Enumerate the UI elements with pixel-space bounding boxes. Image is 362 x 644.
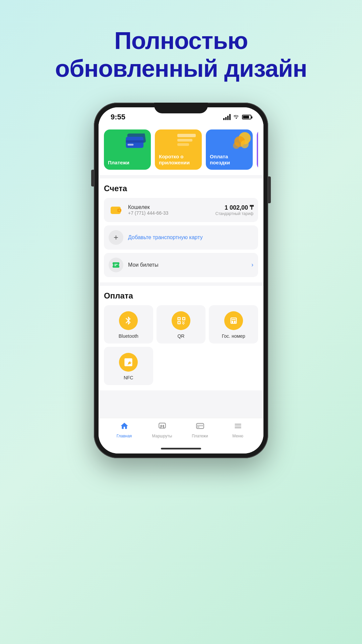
tickets-icon bbox=[109, 258, 123, 272]
phone-mockup: 9:55 bbox=[94, 103, 268, 458]
payment-grid: Bluetooth QR bbox=[104, 305, 258, 385]
svg-point-13 bbox=[119, 209, 120, 211]
accounts-title: Счета bbox=[104, 184, 258, 193]
payments-nav-icon bbox=[196, 422, 204, 432]
svg-rect-19 bbox=[163, 425, 164, 427]
tickets-item[interactable]: Мои билеты › bbox=[104, 253, 258, 277]
svg-rect-6 bbox=[177, 143, 189, 146]
nav-menu[interactable]: Меню bbox=[219, 422, 257, 438]
nav-payments[interactable]: Платежи bbox=[181, 422, 219, 438]
payment-section: Оплата Bluetooth bbox=[99, 286, 263, 390]
payment-title: Оплата bbox=[104, 291, 258, 301]
wallet-item[interactable]: Кошелек +7 (771) 444-66-33 1 002,00 ₸ Ст… bbox=[104, 198, 258, 222]
bluetooth-label: Bluetooth bbox=[119, 333, 138, 339]
svg-rect-27 bbox=[235, 427, 241, 428]
svg-rect-15 bbox=[114, 265, 116, 266]
svg-point-21 bbox=[163, 427, 164, 428]
svg-rect-24 bbox=[197, 427, 199, 427]
bluetooth-icon-circle bbox=[119, 311, 138, 330]
routes-icon bbox=[158, 422, 167, 432]
qr-label: QR bbox=[177, 333, 184, 339]
banner-payments[interactable]: Платежи bbox=[104, 129, 151, 170]
nav-home-label: Главная bbox=[117, 434, 132, 438]
nfc-icon-circle bbox=[119, 353, 138, 372]
svg-point-9 bbox=[241, 140, 249, 148]
svg-rect-5 bbox=[177, 139, 192, 142]
gov-number-label: Гос. номер bbox=[222, 333, 245, 339]
add-icon: + bbox=[109, 230, 123, 245]
home-bar bbox=[161, 448, 201, 449]
banner-pay-trip[interactable]: Оплатапоездки bbox=[206, 129, 253, 170]
qr-icon-circle bbox=[172, 311, 190, 330]
nfc-label: NFC bbox=[124, 375, 133, 380]
svg-rect-18 bbox=[160, 425, 162, 427]
tickets-label: Мои билеты bbox=[128, 262, 247, 268]
signal-icon bbox=[223, 114, 231, 120]
banner-payments-label: Платежи bbox=[108, 160, 147, 166]
payment-gov-number[interactable]: Гос. номер bbox=[209, 305, 258, 343]
add-card-label: Добавьте транспортную карту bbox=[128, 234, 203, 240]
svg-rect-2 bbox=[126, 140, 144, 143]
bottom-nav: Главная Маршруты bbox=[99, 418, 263, 445]
screen-content[interactable]: Платежи Коротко оприложении bbox=[99, 124, 263, 418]
svg-rect-17 bbox=[159, 423, 166, 428]
page-headline: Полностью обновленный дизайн bbox=[55, 27, 307, 83]
wallet-phone: +7 (771) 444-66-33 bbox=[128, 210, 211, 216]
svg-rect-14 bbox=[114, 264, 118, 265]
battery-icon bbox=[242, 115, 251, 119]
tickets-chevron: › bbox=[251, 261, 253, 268]
nav-payments-label: Платежи bbox=[192, 434, 208, 438]
svg-point-20 bbox=[160, 427, 161, 428]
nav-routes-label: Маршруты bbox=[152, 434, 172, 438]
add-card-item[interactable]: + Добавьте транспортную карту bbox=[104, 225, 258, 250]
wallet-amount: 1 002,00 ₸ Стандартный тариф bbox=[216, 204, 253, 216]
nav-home[interactable]: Главная bbox=[105, 422, 143, 438]
banner-about-label: Коротко оприложении bbox=[159, 154, 198, 166]
banner-pay-trip-label: Оплатапоездки bbox=[210, 154, 249, 166]
menu-icon bbox=[234, 422, 242, 432]
home-indicator bbox=[99, 445, 263, 453]
wallet-balance: 1 002,00 ₸ bbox=[216, 204, 253, 211]
home-icon bbox=[120, 422, 129, 432]
svg-rect-26 bbox=[235, 426, 241, 426]
banner-about[interactable]: Коротко оприложении bbox=[155, 129, 202, 170]
gov-number-icon-circle bbox=[224, 311, 243, 330]
status-time: 9:55 bbox=[111, 113, 125, 121]
svg-rect-25 bbox=[235, 424, 241, 424]
wallet-info: Кошелек +7 (771) 444-66-33 bbox=[128, 204, 211, 216]
payment-nfc[interactable]: NFC bbox=[104, 347, 153, 385]
wifi-icon bbox=[233, 114, 239, 120]
phone-notch bbox=[154, 103, 208, 113]
nav-menu-label: Меню bbox=[232, 434, 243, 438]
wallet-tariff: Стандартный тариф bbox=[216, 211, 253, 216]
payment-bluetooth[interactable]: Bluetooth bbox=[104, 305, 153, 343]
accounts-section: Счета Кошелек +7 (771) 444-66 bbox=[99, 178, 263, 282]
nav-routes[interactable]: Маршруты bbox=[143, 422, 181, 438]
banner-extra[interactable] bbox=[257, 129, 258, 170]
wallet-icon bbox=[109, 203, 123, 217]
banners-row[interactable]: Платежи Коротко оприложении bbox=[104, 129, 258, 170]
payment-qr[interactable]: QR bbox=[157, 305, 206, 343]
status-icons bbox=[223, 114, 251, 120]
svg-rect-23 bbox=[196, 425, 204, 426]
svg-rect-4 bbox=[177, 134, 196, 137]
svg-rect-16 bbox=[123, 426, 125, 426]
svg-point-10 bbox=[233, 142, 240, 149]
wallet-name: Кошелек bbox=[128, 204, 211, 210]
svg-rect-3 bbox=[128, 144, 134, 145]
banners-section: Платежи Коротко оприложении bbox=[99, 124, 263, 175]
